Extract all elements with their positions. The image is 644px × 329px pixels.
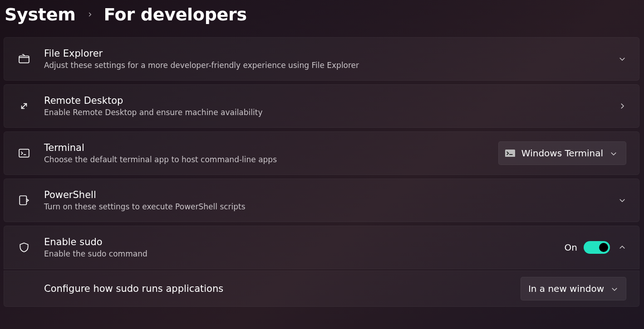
- powershell-row[interactable]: PowerShell Turn on these settings to exe…: [4, 179, 639, 222]
- svg-rect-5: [20, 196, 26, 205]
- chevron-up-icon: [618, 243, 626, 252]
- svg-rect-3: [505, 150, 515, 157]
- chevron-down-icon: [610, 149, 618, 157]
- windows-terminal-icon: [505, 149, 515, 157]
- chevron-down-icon: [618, 55, 626, 63]
- sudo-group: Enable sudo Enable the sudo command On: [4, 226, 639, 307]
- powershell-icon: [17, 193, 31, 208]
- terminal-title: Terminal: [44, 142, 486, 153]
- enable-sudo-row[interactable]: Enable sudo Enable the sudo command On: [4, 226, 639, 269]
- terminal-dropdown[interactable]: Windows Terminal: [498, 141, 626, 165]
- powershell-subtitle: Turn on these settings to execute PowerS…: [44, 202, 605, 211]
- sudo-config-dropdown[interactable]: In a new window: [521, 277, 626, 300]
- enable-sudo-subtitle: Enable the sudo command: [44, 249, 552, 258]
- breadcrumb-current: For developers: [104, 5, 247, 24]
- chevron-down-icon: [610, 285, 619, 293]
- sudo-config-title: Configure how sudo runs applications: [44, 283, 508, 294]
- sudo-toggle-label: On: [565, 242, 577, 253]
- file-explorer-icon: [17, 52, 31, 66]
- terminal-dropdown-value: Windows Terminal: [521, 148, 603, 159]
- terminal-icon: [17, 146, 31, 160]
- sudo-config-dropdown-value: In a new window: [528, 283, 604, 294]
- file-explorer-row[interactable]: File Explorer Adjust these settings for …: [4, 37, 639, 81]
- remote-desktop-subtitle: Enable Remote Desktop and ensure machine…: [44, 108, 605, 117]
- remote-desktop-icon: [17, 99, 31, 113]
- chevron-right-icon: [618, 102, 626, 110]
- file-explorer-subtitle: Adjust these settings for a more develop…: [44, 61, 605, 70]
- terminal-row: Terminal Choose the default terminal app…: [4, 131, 639, 175]
- enable-sudo-title: Enable sudo: [44, 237, 552, 247]
- sudo-toggle[interactable]: [584, 241, 610, 254]
- chevron-right-icon: [87, 11, 93, 18]
- powershell-title: PowerShell: [44, 189, 605, 200]
- breadcrumb-parent[interactable]: System: [5, 5, 76, 24]
- shield-icon: [17, 240, 31, 255]
- svg-rect-1: [19, 149, 29, 157]
- svg-rect-0: [19, 56, 29, 63]
- terminal-subtitle: Choose the default terminal app to host …: [44, 155, 486, 164]
- file-explorer-title: File Explorer: [44, 48, 605, 59]
- remote-desktop-title: Remote Desktop: [44, 95, 605, 106]
- sudo-config-row: Configure how sudo runs applications In …: [4, 271, 639, 307]
- breadcrumb: System For developers: [4, 5, 639, 24]
- chevron-down-icon: [618, 196, 626, 204]
- remote-desktop-row[interactable]: Remote Desktop Enable Remote Desktop and…: [4, 84, 639, 128]
